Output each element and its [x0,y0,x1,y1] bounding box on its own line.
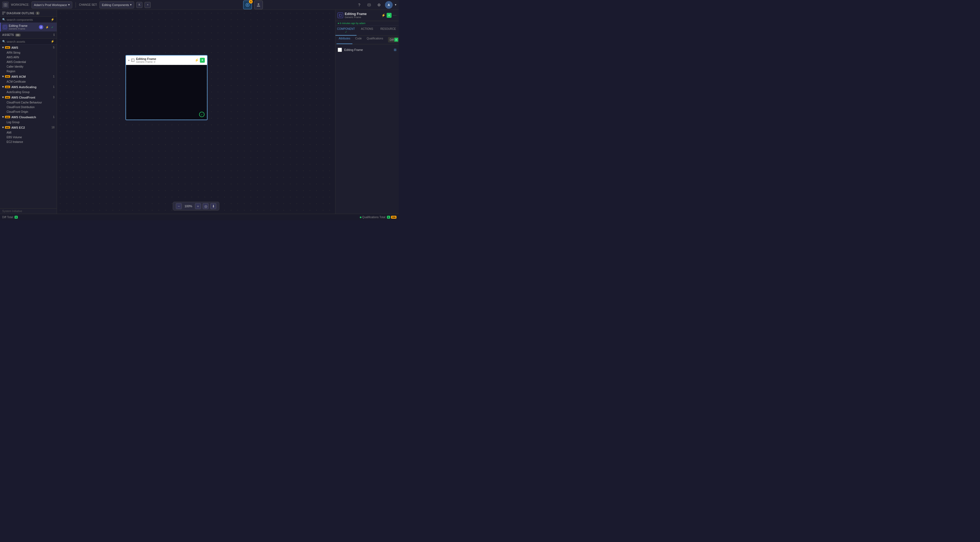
tab-component[interactable]: COMPONENT ✓ [336,26,356,36]
svg-rect-2 [4,5,5,6]
diff-plus-icon: + [394,38,398,41]
list-item[interactable]: AWS Credential [0,60,57,64]
autoscaling-count: 1 [53,86,54,88]
subtab-diff[interactable]: Diff + [386,36,399,44]
discord-button[interactable] [365,1,373,9]
components-search-box: 🔍 ⚡ [0,17,57,23]
changeset-action-x[interactable]: × [145,2,151,8]
subtab-code[interactable]: Code [353,36,364,44]
asset-group-acm[interactable]: aws AWS ACM 1 [0,74,57,79]
avatar[interactable]: A [385,1,393,9]
list-item[interactable]: AMI [0,130,57,135]
workspace-selector[interactable]: Adam's Prod Workspace [32,2,72,8]
cloudwatch-badge: aws [5,116,10,118]
changeset-selector[interactable]: Editing Components [99,2,134,8]
diff-btn[interactable]: Diff + [388,37,399,43]
ec2-badge: aws [5,126,10,129]
assets-info-icon[interactable]: ℹ [53,33,55,37]
list-item[interactable]: CloudFront Distribution [0,105,57,110]
rp-more-button[interactable]: ⋯ [393,13,396,17]
system-initiative-label: System Initiative [0,208,57,214]
list-item[interactable]: EC2 Instance [0,140,57,144]
canvas-controls: − 100% + ◎ ⬇ [173,202,220,210]
list-item[interactable]: ACM Certificate [0,79,57,84]
frame-collapse-icon[interactable]: ▾ [128,59,129,62]
cloudfront-count: 3 [53,96,54,99]
component-info: Editing Frame Generic Frame [9,24,37,30]
svg-rect-8 [2,12,3,13]
frame-lightning-icon[interactable]: ⚡ [195,58,199,62]
assets-count: 83 [15,33,21,37]
help-button[interactable]: ? [355,1,363,9]
download-button[interactable]: ⬇ [210,203,216,209]
cloudwatch-group-name: AWS Cloudwatch [11,116,36,119]
list-item[interactable]: ARN String [0,50,57,55]
settings-button[interactable]: ⚙ [375,1,383,9]
field-color-swatch [337,48,342,52]
filter-icon[interactable]: ⚡ [51,18,54,21]
rp-sub-tabs: Attributes Code Qualifications Diff + De… [336,36,399,45]
ec2-chevron [2,126,4,129]
frame-subtitle: Generic Frame: 0 [136,60,156,63]
frame-icon [131,59,134,62]
status-qualifications: Qualifications Total: 1 ON [360,216,396,219]
list-item[interactable]: AWS ARN [0,55,57,60]
assets-filter-icon[interactable]: ⚡ [51,40,54,43]
diagram-outline-header: DIAGRAM OUTLINE 1 [0,10,57,17]
rp-frame-icon [337,13,343,18]
list-item[interactable]: Log Group [0,120,57,124]
editing-frame-component[interactable]: Editing Frame Generic Frame 2 ⚡ ✓ [0,23,57,32]
rp-content: Editing Frame ⊞ [336,45,399,214]
search-components-input[interactable] [6,18,49,21]
rp-add-button[interactable]: + [387,13,391,18]
qualifications-label: Qualifications [362,216,379,219]
list-item[interactable]: CloudFront Cache Behaviour [0,100,57,105]
asset-group-autoscaling[interactable]: aws AWS AutoScaling 1 [0,84,57,90]
changeset-action-k[interactable]: K [136,2,142,8]
asset-group-cloudwatch[interactable]: aws AWS Cloudwatch 1 [0,114,57,120]
deploy-badge: 1 [249,0,253,3]
component-status-btn[interactable]: ✓ [50,25,54,29]
asset-group-aws[interactable]: aws AWS 5 [0,45,57,50]
list-item[interactable]: AutoScaling Group [0,90,57,94]
qual-total-label: Total: [380,216,386,219]
component-count-badge: 2 [39,25,43,29]
user-icon-btn[interactable] [254,0,263,9]
fit-button[interactable]: ◎ [203,203,208,209]
subtab-attributes[interactable]: Attributes [337,36,352,44]
diff-label: Diff [2,216,6,219]
svg-rect-13 [131,59,134,62]
deploy-button[interactable]: 1 [243,0,252,9]
asset-group-cloudfront[interactable]: aws AWS CloudFront 3 [0,94,57,100]
zoom-in-button[interactable]: + [195,203,201,209]
list-item[interactable]: Caller Identity [0,64,57,69]
asset-group-ec2[interactable]: aws AWS EC2 18 [0,124,57,130]
changeset-label: CHANGE SET: [79,3,97,6]
acm-count: 1 [53,75,54,78]
zoom-out-button[interactable]: − [176,203,182,209]
frame-body: ✓ [126,65,207,120]
svg-point-5 [258,3,259,5]
subtab-qualifications[interactable]: Qualifications [364,36,385,44]
list-item[interactable]: EBS Volume [0,135,57,140]
ec2-group-name: AWS EC2 [11,126,25,129]
rp-lightning-icon[interactable]: ⚡ [382,13,385,17]
frame-header: ▾ Editing Frame Generic Frame: 0 ⚡ + [126,56,207,65]
zoom-level-label: 100% [183,205,193,208]
field-edit-icon[interactable]: ⊞ [394,48,396,52]
svg-rect-10 [2,13,3,14]
canvas-area[interactable]: ▾ Editing Frame Generic Frame: 0 ⚡ + ✓ [57,10,335,214]
search-assets-input[interactable] [6,40,49,43]
component-lightning-btn[interactable]: ⚡ [45,25,49,29]
assets-search-icon: 🔍 [2,40,5,43]
list-item[interactable]: Region [0,69,57,74]
tab-actions[interactable]: ACTIONS [356,26,378,36]
tab-resource[interactable]: RESOURCE [378,26,399,36]
statusbar: Diff Total: 1 Qualifications Total: 1 ON [0,214,399,220]
changeset-name: Editing Components [102,3,129,6]
svg-rect-15 [339,14,342,16]
frame-add-button[interactable]: + [200,58,205,63]
list-item[interactable]: CloudFront Origin [0,110,57,114]
canvas-frame[interactable]: ▾ Editing Frame Generic Frame: 0 ⚡ + ✓ [126,55,208,120]
svg-rect-0 [4,3,5,5]
